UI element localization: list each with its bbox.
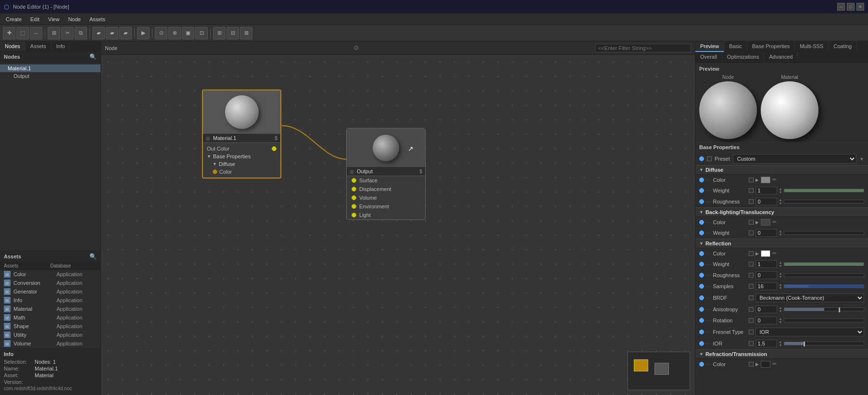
preset-select[interactable]: Custom: [733, 154, 856, 164]
canvas-settings-icon[interactable]: ⚙: [353, 44, 359, 51]
list-item[interactable]: ▤ Info Application: [0, 296, 101, 305]
menu-edit[interactable]: Edit: [26, 15, 43, 23]
list-item[interactable]: ▤ Shape Application: [0, 322, 101, 331]
brdf-radio[interactable]: [699, 295, 704, 300]
volume-socket[interactable]: [352, 195, 356, 200]
diffuse-weight-input[interactable]: [755, 187, 777, 194]
toolbar-layout-1[interactable]: ▰: [92, 27, 105, 39]
list-item[interactable]: ▤ Generator Application: [0, 287, 101, 296]
menu-view[interactable]: View: [44, 15, 63, 23]
list-item[interactable]: ▤ Volume Application: [0, 339, 101, 348]
roughness-up-arrow[interactable]: ▲: [779, 198, 782, 202]
toolbar-zoom2[interactable]: ⊕: [168, 27, 181, 39]
tab-advanced[interactable]: Advanced: [764, 52, 798, 63]
refl-weight-bar[interactable]: [784, 262, 864, 266]
diffuse-weight-bar[interactable]: [784, 189, 864, 192]
diffuse-weight-radio[interactable]: [699, 188, 704, 193]
diffuse-roughness-radio[interactable]: [699, 199, 704, 204]
toolbar-view[interactable]: ⊞: [213, 27, 226, 39]
roughness-down-arrow[interactable]: ▼: [779, 202, 782, 205]
refraction-section-header[interactable]: ▼ Refraction/Transmission: [695, 349, 868, 359]
toolbar-move[interactable]: ↔: [30, 27, 42, 39]
list-item[interactable]: ▤ Color Application: [0, 270, 101, 279]
refl-roughness-checkbox[interactable]: [749, 273, 754, 278]
refl-weight-down[interactable]: ▼: [779, 264, 782, 268]
toolbar-render[interactable]: ▣: [182, 27, 194, 39]
weight-down-arrow[interactable]: ▼: [779, 191, 782, 194]
list-item[interactable]: ▤ Utility Application: [0, 331, 101, 339]
tab-preview[interactable]: Preview: [695, 41, 724, 52]
refr-color-checkbox[interactable]: [749, 362, 754, 367]
diffuse-color-edit[interactable]: ✏: [772, 177, 777, 183]
anisotropy-down[interactable]: ▼: [779, 309, 782, 313]
nodes-search-icon[interactable]: 🔍: [89, 53, 97, 60]
rotation-down[interactable]: ▼: [779, 320, 782, 324]
preset-checkbox[interactable]: [707, 156, 712, 161]
ior-checkbox[interactable]: [749, 341, 754, 346]
ior-input[interactable]: [755, 340, 777, 347]
toolbar-render2[interactable]: ⊡: [195, 27, 208, 39]
ior-up[interactable]: ▲: [779, 340, 782, 344]
ior-down[interactable]: ▼: [779, 344, 782, 347]
rotation-checkbox[interactable]: [749, 318, 754, 323]
refr-color-radio[interactable]: [699, 362, 704, 367]
refl-weight-checkbox[interactable]: [749, 262, 754, 267]
tree-item-output[interactable]: Output: [0, 72, 101, 80]
anisotropy-checkbox[interactable]: [749, 307, 754, 312]
node-menu-icon[interactable]: $: [275, 135, 277, 141]
refl-weight-radio[interactable]: [699, 262, 704, 267]
refl-weight-input[interactable]: [755, 260, 777, 268]
node-canvas[interactable]: Node ⚙ ◎ Material.1 $ Out Color: [101, 41, 695, 395]
refl-color-edit[interactable]: ✏: [772, 250, 777, 256]
refl-roughness-up[interactable]: ▲: [779, 272, 782, 275]
light-socket[interactable]: [352, 213, 356, 217]
diffuse-roughness-bar[interactable]: [784, 200, 864, 204]
diffuse-color-checkbox[interactable]: [749, 178, 754, 182]
refl-samples-down[interactable]: ▼: [779, 286, 782, 290]
diffuse-weight-checkbox[interactable]: [749, 188, 754, 193]
anisotropy-input[interactable]: [755, 306, 777, 313]
tab-basic[interactable]: Basic: [724, 41, 747, 52]
toolbar-frame[interactable]: ⊞: [48, 27, 60, 39]
refl-color-checkbox[interactable]: [749, 251, 754, 256]
menu-assets[interactable]: Assets: [86, 15, 109, 23]
material-node[interactable]: ◎ Material.1 $ Out Color ▼ Base Properti…: [202, 89, 281, 178]
menu-create[interactable]: Create: [2, 15, 25, 23]
output-menu-icon[interactable]: $: [419, 168, 422, 174]
out-color-socket[interactable]: [272, 146, 277, 151]
base-properties-header[interactable]: ▼ Base Properties: [203, 153, 280, 160]
backlighting-section-header[interactable]: ▼ Back-lighting/Translucency: [695, 207, 868, 217]
fresnel-radio[interactable]: [699, 330, 704, 334]
tab-assets[interactable]: Assets: [25, 41, 51, 51]
tab-optimizations[interactable]: Optimizations: [722, 52, 765, 63]
toolbar-cut[interactable]: ✂: [61, 27, 74, 39]
rotation-input[interactable]: [755, 317, 777, 324]
rotation-up[interactable]: ▲: [779, 317, 782, 320]
diffuse-section-header[interactable]: ▼ Diffuse: [695, 165, 868, 175]
toolbar-layout-2[interactable]: ▰: [106, 27, 118, 39]
diffuse-color-radio[interactable]: [699, 178, 704, 182]
displacement-socket[interactable]: [352, 187, 356, 191]
diffuse-roughness-checkbox[interactable]: [749, 199, 754, 204]
refl-roughness-radio[interactable]: [699, 273, 704, 278]
assets-search-icon[interactable]: 🔍: [89, 253, 97, 260]
diffuse-color-swatch[interactable]: [761, 177, 770, 183]
tab-multi-sss[interactable]: Multi-SSS: [795, 41, 829, 52]
tab-info[interactable]: Info: [51, 41, 70, 51]
toolbar-fit[interactable]: ⊠: [240, 27, 252, 39]
bl-color-checkbox[interactable]: [749, 220, 754, 225]
toolbar-add[interactable]: ✚: [3, 27, 15, 39]
refl-color-swatch[interactable]: [761, 250, 770, 257]
refl-samples-bar[interactable]: [784, 284, 864, 288]
bl-color-radio[interactable]: [699, 220, 704, 225]
anisotropy-up[interactable]: ▲: [779, 306, 782, 309]
preset-radio[interactable]: [699, 156, 704, 161]
diffuse-roughness-input[interactable]: [755, 198, 777, 205]
bl-weight-bar[interactable]: [784, 231, 864, 235]
anisotropy-bar[interactable]: [784, 307, 864, 311]
refl-samples-up[interactable]: ▲: [779, 283, 782, 286]
toolbar-layout-3[interactable]: ▰: [119, 27, 132, 39]
refl-roughness-down[interactable]: ▼: [779, 275, 782, 279]
surface-socket[interactable]: [352, 178, 356, 183]
brdf-select[interactable]: Beckmann (Cook-Torrance) GGX Phong: [755, 293, 864, 302]
